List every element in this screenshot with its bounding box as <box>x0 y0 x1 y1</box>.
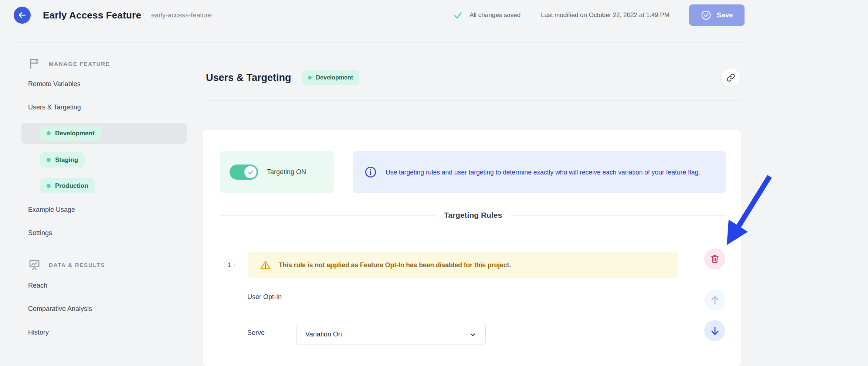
targeting-toggle-box: Targeting ON <box>220 151 334 193</box>
info-banner: Use targeting rules and user targeting t… <box>353 151 726 193</box>
sidebar-env-development-selected[interactable]: Development <box>21 123 187 144</box>
environment-badge-staging[interactable]: Staging <box>40 152 85 167</box>
serve-variation-dropdown[interactable]: Variation On <box>296 324 486 345</box>
sidebar-item-reach[interactable]: Reach <box>28 282 47 289</box>
env-status-dot <box>308 76 312 79</box>
link-icon <box>726 73 736 82</box>
sidebar-item-history[interactable]: History <box>28 329 49 336</box>
flag-icon <box>28 57 41 70</box>
info-icon <box>364 165 377 179</box>
env-status-dot <box>47 184 51 188</box>
arrow-up-icon <box>709 295 720 306</box>
sidebar-item-example-usage[interactable]: Example Usage <box>28 206 75 214</box>
last-modified-text: Last modified on October 22, 2022 at 1:4… <box>541 11 669 19</box>
delete-rule-button[interactable] <box>704 248 725 270</box>
save-status: All changes saved <box>453 10 521 20</box>
presentation-chart-icon <box>28 258 41 271</box>
toggle-knob <box>244 166 257 178</box>
serve-label: Serve <box>247 329 265 337</box>
app-header: Early Access Feature early-access-featur… <box>14 0 745 43</box>
section-title: Users & Targeting <box>206 72 291 84</box>
trash-icon <box>710 254 720 264</box>
sidebar-item-comparative-analysis[interactable]: Comparative Analysis <box>28 305 92 313</box>
circle-check-icon <box>701 10 712 21</box>
warning-triangle-icon <box>260 259 271 271</box>
targeting-card: Targeting ON Use targeting rules and use… <box>203 130 741 366</box>
feature-key: early-access-feature <box>151 11 211 19</box>
feature-sidebar: MANAGE FEATURE Remote Variables Users & … <box>14 43 187 366</box>
targeting-rules-divider: Targeting Rules <box>220 204 726 226</box>
targeting-rules-title: Targeting Rules <box>444 211 502 220</box>
arrow-down-icon <box>709 325 720 336</box>
env-status-dot <box>47 158 51 162</box>
sidebar-section-data-results: DATA & RESULTS <box>28 258 105 271</box>
rule-warning-text: This rule is not applied as Feature Opt-… <box>279 261 511 269</box>
divider <box>206 100 741 101</box>
environment-badge-production[interactable]: Production <box>40 178 95 193</box>
chevron-down-icon <box>469 331 477 338</box>
sidebar-item-settings[interactable]: Settings <box>28 229 52 237</box>
info-banner-text: Use targeting rules and user targeting t… <box>386 167 700 177</box>
rule-number-badge: 1 <box>224 260 235 271</box>
rule-name-label: User Opt-In <box>247 293 282 301</box>
copy-link-button[interactable] <box>722 68 740 87</box>
targeting-toggle[interactable] <box>230 165 258 180</box>
section-header: Users & Targeting Development <box>206 70 359 85</box>
save-button[interactable]: Save <box>689 4 745 26</box>
divider-line <box>510 215 726 216</box>
check-icon <box>453 10 463 20</box>
arrow-left-icon <box>18 11 27 20</box>
divider <box>531 10 531 21</box>
rule-warning-banner: This rule is not applied as Feature Opt-… <box>248 252 678 278</box>
move-rule-down-button[interactable] <box>704 320 725 341</box>
move-rule-up-button[interactable] <box>704 289 725 311</box>
targeting-toggle-label: Targeting ON <box>267 168 306 176</box>
env-status-dot <box>47 131 51 135</box>
sidebar-item-users-targeting[interactable]: Users & Targeting <box>28 104 81 111</box>
sidebar-section-manage-feature: MANAGE FEATURE <box>28 57 110 70</box>
page-title: Early Access Feature <box>43 10 141 21</box>
serve-variation-value: Variation On <box>305 331 342 338</box>
back-button[interactable] <box>14 7 31 24</box>
environment-badge-development: Development <box>302 70 359 85</box>
environment-badge-development[interactable]: Development <box>40 126 101 141</box>
divider-line <box>220 215 436 216</box>
sidebar-item-remote-variables[interactable]: Remote Variables <box>28 80 81 88</box>
